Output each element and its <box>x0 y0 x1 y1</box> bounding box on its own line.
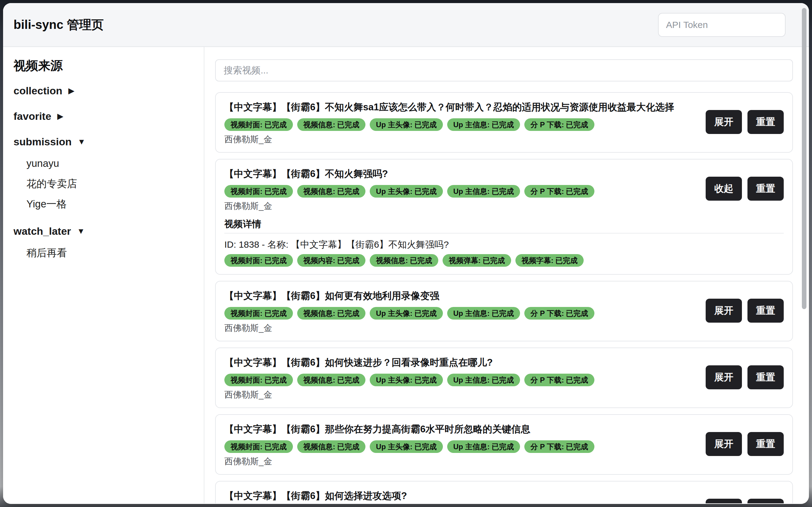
video-card-list: 【中文字幕】【街霸6】不知火舞sa1应该怎么带入？何时带入？忍焰的适用状况与资源… <box>215 92 793 503</box>
video-card: 【中文字幕】【街霸6】如何更有效地利用录像变强 视频封面: 已完成视频信息: 已… <box>215 281 793 341</box>
video-title: 【中文字幕】【街霸6】如何选择进攻选项? <box>224 489 784 503</box>
status-badge: 分 P 下载: 已完成 <box>524 307 594 320</box>
reset-button[interactable]: 重置 <box>748 365 784 389</box>
reset-button[interactable]: 重置 <box>748 432 784 456</box>
status-badge: 视频信息: 已完成 <box>297 118 366 131</box>
reset-button[interactable]: 重置 <box>748 177 784 201</box>
video-card: 【中文字幕】【街霸6】不知火舞sa1应该怎么带入？何时带入？忍焰的适用状况与资源… <box>215 92 793 153</box>
status-badge: 视频内容: 已完成 <box>297 254 366 267</box>
status-badge: 视频字幕: 已完成 <box>516 254 584 267</box>
video-card: 【中文字幕】【街霸6】如何选择进攻选项? 视频封面: 已完成视频信息: 已完成U… <box>215 481 793 503</box>
details-badge-row: 视频封面: 已完成视频内容: 已完成视频信息: 已完成视频弹幕: 已完成视频字幕… <box>224 254 784 267</box>
status-badge: 视频信息: 已完成 <box>370 254 438 267</box>
status-badge: 视频封面: 已完成 <box>224 307 293 320</box>
status-badge: 视频信息: 已完成 <box>297 374 366 386</box>
details-heading: 视频详情 <box>224 218 784 233</box>
expand-collapse-button[interactable]: 展开 <box>706 299 742 323</box>
status-badge-row: 视频封面: 已完成视频信息: 已完成Up 主头像: 已完成Up 主信息: 已完成… <box>224 440 784 453</box>
status-badge: Up 主信息: 已完成 <box>447 374 520 386</box>
video-details: 视频详情 ID: 1838 - 名称: 【中文字幕】【街霸6】不知火舞强吗? 视… <box>224 218 784 267</box>
status-badge: 视频封面: 已完成 <box>224 118 293 131</box>
reset-button[interactable]: 重置 <box>748 110 784 134</box>
video-card: 【中文字幕】【街霸6】如何快速进步？回看录像时重点在哪儿? 视频封面: 已完成视… <box>215 347 793 408</box>
video-title: 【中文字幕】【街霸6】那些你在努力提高街霸6水平时所忽略的关键信息 <box>224 422 784 436</box>
reset-button[interactable]: 重置 <box>748 499 784 503</box>
sidebar-groups: collection ▶ favorite ▶ submission ▼ yun… <box>13 84 204 259</box>
status-badge: 视频信息: 已完成 <box>297 307 366 320</box>
video-author: 西佛勒斯_金 <box>224 390 784 400</box>
status-badge-row: 视频封面: 已完成视频信息: 已完成Up 主头像: 已完成Up 主信息: 已完成… <box>224 307 784 320</box>
status-badge: 视频信息: 已完成 <box>297 185 366 198</box>
video-title: 【中文字幕】【街霸6】如何快速进步？回看录像时重点在哪儿? <box>224 355 784 370</box>
content-row: 视频来源 collection ▶ favorite ▶ submission … <box>3 47 809 503</box>
expand-collapse-button[interactable]: 展开 <box>706 110 742 134</box>
header: bili-sync 管理页 <box>3 3 809 47</box>
sidebar-sub-item[interactable]: yunayu <box>13 157 204 170</box>
status-badge: 分 P 下载: 已完成 <box>524 118 594 131</box>
status-badge: 视频弹幕: 已完成 <box>443 254 511 267</box>
status-badge: Up 主头像: 已完成 <box>370 307 443 320</box>
video-author: 西佛勒斯_金 <box>224 456 784 467</box>
page-title: bili-sync 管理页 <box>13 16 104 33</box>
group-arrow-icon: ▼ <box>77 226 85 236</box>
sidebar-group-watch_later[interactable]: watch_later ▼ <box>13 224 204 239</box>
status-badge: 视频封面: 已完成 <box>224 374 293 386</box>
search-input[interactable] <box>215 59 793 81</box>
status-badge: 视频封面: 已完成 <box>224 185 293 198</box>
status-badge: 视频封面: 已完成 <box>224 254 293 267</box>
status-badge-row: 视频封面: 已完成视频信息: 已完成Up 主头像: 已完成Up 主信息: 已完成… <box>224 185 784 198</box>
card-actions: 展开 重置 <box>706 110 784 134</box>
sidebar-sub-item[interactable]: 花的专卖店 <box>13 178 204 190</box>
sidebar-heading: 视频来源 <box>13 58 204 73</box>
sidebar-group-submission[interactable]: submission ▼ <box>13 135 204 149</box>
status-badge-row: 视频封面: 已完成视频信息: 已完成Up 主头像: 已完成Up 主信息: 已完成… <box>224 374 784 386</box>
card-actions: 展开 重置 <box>706 499 784 503</box>
sidebar-sub-item[interactable]: Yige一格 <box>13 198 204 210</box>
video-author: 西佛勒斯_金 <box>224 134 784 145</box>
sidebar-group-label: collection <box>13 85 62 97</box>
video-card: 【中文字幕】【街霸6】那些你在努力提高街霸6水平时所忽略的关键信息 视频封面: … <box>215 414 793 475</box>
group-arrow-icon: ▶ <box>68 86 74 95</box>
status-badge: 视频封面: 已完成 <box>224 440 293 453</box>
card-actions: 收起 重置 <box>706 177 784 201</box>
status-badge: Up 主头像: 已完成 <box>370 185 443 198</box>
sidebar: 视频来源 collection ▶ favorite ▶ submission … <box>3 47 204 503</box>
sidebar-group-label: submission <box>13 136 72 148</box>
status-badge: Up 主头像: 已完成 <box>370 118 443 131</box>
video-title: 【中文字幕】【街霸6】不知火舞sa1应该怎么带入？何时带入？忍焰的适用状况与资源… <box>224 100 784 114</box>
status-badge: Up 主头像: 已完成 <box>370 440 443 453</box>
expand-collapse-button[interactable]: 收起 <box>706 177 742 201</box>
expand-collapse-button[interactable]: 展开 <box>706 432 742 456</box>
main-panel: 【中文字幕】【街霸6】不知火舞sa1应该怎么带入？何时带入？忍焰的适用状况与资源… <box>204 47 809 503</box>
status-badge: 分 P 下载: 已完成 <box>524 185 594 198</box>
expand-collapse-button[interactable]: 展开 <box>706 365 742 389</box>
api-token-input[interactable] <box>658 13 786 37</box>
status-badge: Up 主信息: 已完成 <box>447 185 520 198</box>
status-badge: Up 主信息: 已完成 <box>447 118 520 131</box>
video-author: 西佛勒斯_金 <box>224 201 784 211</box>
vertical-scrollbar-thumb[interactable] <box>802 8 807 309</box>
sidebar-group-collection[interactable]: collection ▶ <box>13 84 204 98</box>
video-author: 西佛勒斯_金 <box>224 323 784 333</box>
sidebar-group-favorite[interactable]: favorite ▶ <box>13 109 204 124</box>
sidebar-sub-item[interactable]: 稍后再看 <box>13 247 204 259</box>
reset-button[interactable]: 重置 <box>748 299 784 323</box>
sidebar-group-label: favorite <box>13 110 51 122</box>
status-badge: Up 主信息: 已完成 <box>447 307 520 320</box>
card-actions: 展开 重置 <box>706 299 784 323</box>
video-title: 【中文字幕】【街霸6】如何更有效地利用录像变强 <box>224 289 784 303</box>
status-badge: Up 主信息: 已完成 <box>447 440 520 453</box>
status-badge: 分 P 下载: 已完成 <box>524 374 594 386</box>
status-badge: 分 P 下载: 已完成 <box>524 440 594 453</box>
video-title: 【中文字幕】【街霸6】不知火舞强吗? <box>224 167 784 181</box>
group-arrow-icon: ▶ <box>57 112 63 121</box>
status-badge-row: 视频封面: 已完成视频信息: 已完成Up 主头像: 已完成Up 主信息: 已完成… <box>224 118 784 131</box>
sidebar-group-label: watch_later <box>13 225 71 237</box>
card-actions: 展开 重置 <box>706 432 784 456</box>
card-actions: 展开 重置 <box>706 365 784 389</box>
app-window: bili-sync 管理页 视频来源 collection ▶ favorite… <box>3 3 809 504</box>
status-badge: Up 主头像: 已完成 <box>370 374 443 386</box>
video-card: 【中文字幕】【街霸6】不知火舞强吗? 视频封面: 已完成视频信息: 已完成Up … <box>215 159 793 275</box>
expand-collapse-button[interactable]: 展开 <box>706 499 742 503</box>
group-arrow-icon: ▼ <box>77 137 86 146</box>
